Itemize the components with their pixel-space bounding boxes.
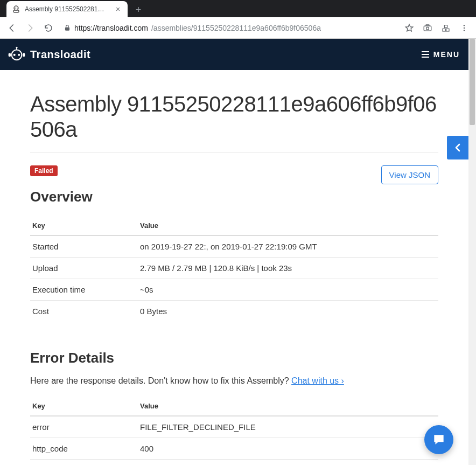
- brand-logo[interactable]: Transloadit: [8, 46, 90, 63]
- table-row: errorFILE_FILTER_DECLINED_FILE: [30, 416, 438, 438]
- error-details-heading: Error Details: [30, 350, 438, 366]
- svg-point-14: [12, 50, 22, 60]
- site-header: Transloadit MENU: [0, 39, 468, 70]
- favicon-icon: [12, 5, 20, 13]
- overview-heading: Overview: [30, 189, 438, 205]
- svg-rect-9: [446, 29, 449, 31]
- svg-point-15: [13, 54, 16, 56]
- table-row: Cost0 Bytes: [30, 301, 438, 322]
- bookmark-star-icon[interactable]: [403, 22, 416, 34]
- svg-point-13: [464, 30, 465, 31]
- error-details-table: Key Value errorFILE_FILTER_DECLINED_FILE…: [30, 397, 438, 465]
- page-title: Assembly 91155250228111e9a606ff6b9f06506…: [30, 92, 438, 152]
- svg-point-18: [16, 47, 17, 48]
- table-row: messageOne of your files was declined: [30, 460, 438, 465]
- browser-toolbar: https://transloadit.com/assemblies/91155…: [0, 17, 476, 39]
- overview-table: Key Value Startedon 2019-19-27 22:, on 2…: [30, 216, 438, 322]
- browser-tab[interactable]: Assembly 911552502281… ×: [6, 1, 128, 17]
- chat-with-us-link[interactable]: Chat with us ›: [291, 376, 344, 385]
- scrollbar[interactable]: [468, 39, 476, 465]
- svg-point-6: [426, 27, 429, 30]
- svg-rect-20: [23, 53, 25, 57]
- overview-col-value: Value: [138, 216, 438, 235]
- new-tab-button[interactable]: +: [131, 2, 146, 17]
- table-row: Execution time~0s: [30, 279, 438, 301]
- camera-icon[interactable]: [421, 22, 434, 34]
- table-row: Startedon 2019-19-27 22:, on 2019-01-27 …: [30, 235, 438, 258]
- kebab-menu-icon[interactable]: [458, 22, 471, 34]
- url-host: https://transloadit.com: [74, 24, 148, 32]
- svg-rect-5: [424, 26, 431, 31]
- extensions-icon[interactable]: [439, 22, 452, 34]
- status-badge: Failed: [30, 165, 58, 176]
- url-path: /assemblies/91155250228111e9a606ff6b9f06…: [151, 24, 321, 32]
- brand-name: Transloadit: [30, 48, 90, 61]
- address-bar[interactable]: https://transloadit.com/assemblies/91155…: [60, 24, 397, 32]
- chat-icon: [432, 433, 446, 447]
- robot-logo-icon: [8, 46, 26, 63]
- side-panel-toggle[interactable]: [447, 136, 468, 159]
- svg-point-3: [17, 8, 18, 9]
- svg-rect-1: [13, 10, 19, 12]
- forward-button[interactable]: [24, 22, 37, 34]
- table-row: http_code400: [30, 438, 438, 460]
- error-col-value: Value: [138, 397, 438, 416]
- view-json-button[interactable]: View JSON: [381, 165, 438, 184]
- svg-point-11: [464, 25, 465, 26]
- tab-close-icon[interactable]: ×: [114, 5, 122, 13]
- svg-rect-19: [9, 53, 11, 57]
- overview-col-key: Key: [30, 216, 138, 235]
- chat-launcher[interactable]: [424, 425, 453, 454]
- menu-label: MENU: [433, 50, 460, 59]
- error-intro: Here are the response details. Don't kno…: [30, 376, 438, 386]
- svg-point-16: [18, 54, 20, 56]
- chevron-left-icon: [454, 143, 461, 152]
- hamburger-icon: [422, 51, 429, 58]
- svg-rect-10: [444, 25, 447, 27]
- reload-button[interactable]: [42, 22, 55, 34]
- scrollbar-thumb[interactable]: [470, 39, 475, 125]
- back-button[interactable]: [5, 22, 18, 34]
- svg-rect-8: [443, 29, 445, 31]
- svg-rect-4: [65, 27, 69, 30]
- svg-rect-7: [426, 25, 429, 26]
- svg-point-12: [464, 27, 465, 28]
- menu-button[interactable]: MENU: [422, 50, 460, 59]
- error-col-key: Key: [30, 397, 138, 416]
- tab-title: Assembly 911552502281…: [25, 5, 109, 13]
- table-row: Upload2.79 MB / 2.79 MB | 120.8 KiB/s | …: [30, 258, 438, 279]
- lock-icon: [64, 24, 71, 32]
- svg-point-2: [15, 8, 16, 9]
